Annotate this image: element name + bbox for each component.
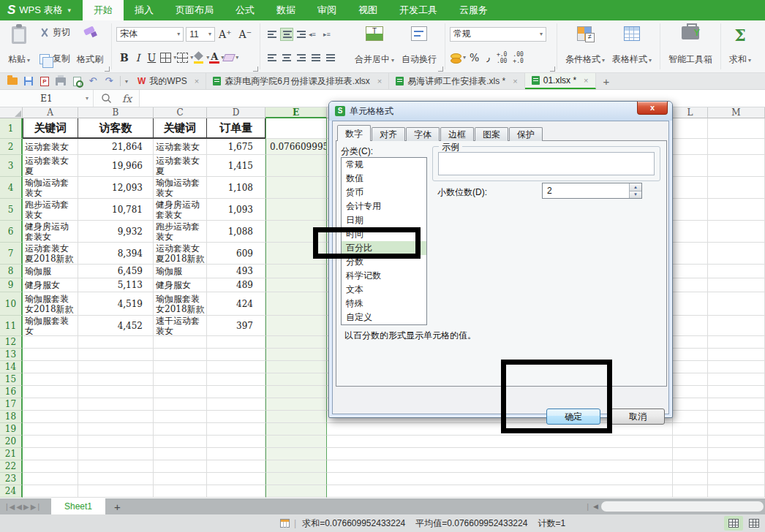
cell-E15[interactable] — [265, 373, 327, 386]
cell-M18[interactable] — [708, 411, 765, 423]
align-middle-icon[interactable] — [280, 28, 293, 41]
row-header-9[interactable]: 9 — [0, 278, 23, 292]
paste-button[interactable]: 粘贴▾ — [4, 24, 34, 68]
row-header-15[interactable]: 15 — [0, 373, 23, 386]
cell-E8[interactable] — [265, 265, 327, 278]
category-item-特殊[interactable]: 特殊 — [342, 297, 426, 311]
dialog-title-bar[interactable]: S 单元格格式 x — [329, 102, 672, 121]
menu-tab-云服务[interactable]: 云服务 — [448, 0, 499, 20]
cell-hidden[interactable] — [327, 436, 673, 448]
cell-B17[interactable] — [78, 398, 154, 411]
underline-button[interactable]: U — [143, 52, 159, 64]
dialog-launcher-icon[interactable] — [438, 66, 443, 72]
document-tab[interactable]: W我的WPS× — [131, 73, 206, 89]
cell-L21[interactable] — [673, 448, 708, 460]
cancel-button[interactable]: 取消 — [611, 408, 665, 425]
cell-L24[interactable] — [673, 485, 708, 498]
cell-L4[interactable] — [673, 177, 708, 199]
cell-C13[interactable] — [154, 349, 207, 361]
cell-B2[interactable]: 21,864 — [78, 139, 154, 155]
scroll-divider[interactable]: | — [587, 502, 589, 511]
cell-L5[interactable] — [673, 199, 708, 221]
cell-L15[interactable] — [673, 373, 708, 386]
cell-E13[interactable] — [265, 349, 327, 361]
app-logo[interactable]: S WPS 表格 ▾ — [0, 0, 77, 20]
borders-icon[interactable] — [160, 53, 171, 63]
cell-D2[interactable]: 1,675 — [207, 139, 265, 155]
increase-indent-icon[interactable]: ▸≡ — [323, 28, 338, 40]
cell-C4[interactable]: 瑜伽运动套装女 — [154, 177, 207, 199]
cell-M24[interactable] — [708, 485, 765, 498]
cell-E12[interactable] — [265, 336, 327, 349]
cell-B11[interactable]: 4,452 — [78, 316, 154, 336]
cell-M11[interactable] — [708, 316, 765, 336]
row-header-21[interactable]: 21 — [0, 448, 23, 460]
cell-D7[interactable]: 609 — [207, 243, 265, 265]
cell-C23[interactable] — [154, 473, 207, 485]
column-header-C[interactable]: C — [154, 107, 207, 118]
row-header-23[interactable]: 23 — [0, 473, 23, 485]
cell-E11[interactable] — [265, 316, 327, 336]
last-sheet-icon[interactable]: ▶| — [31, 503, 41, 511]
row-header-7[interactable]: 7 — [0, 243, 23, 265]
cell-A14[interactable] — [23, 361, 78, 373]
font-size-select[interactable]: 11▾ — [186, 27, 215, 42]
cell-L14[interactable] — [673, 361, 708, 373]
cell-B13[interactable] — [78, 349, 154, 361]
cell-L17[interactable] — [673, 398, 708, 411]
cell-M14[interactable] — [708, 361, 765, 373]
cell-M21[interactable] — [708, 448, 765, 460]
cell-A22[interactable] — [23, 460, 78, 473]
cell-D15[interactable] — [207, 373, 265, 386]
cell-E9[interactable] — [265, 278, 327, 292]
decimal-places-stepper[interactable]: 2 ▲ ▼ — [542, 183, 642, 199]
sum-button[interactable]: Σ 求和▾ — [726, 24, 755, 68]
fx-icon[interactable]: fx — [122, 93, 132, 104]
row-header-3[interactable]: 3 — [0, 155, 23, 177]
new-document-tab-button[interactable]: + — [596, 73, 617, 89]
column-header-L[interactable]: L — [673, 107, 708, 118]
cell-hidden[interactable] — [327, 448, 673, 460]
cell-D8[interactable]: 493 — [207, 265, 265, 278]
menu-tab-页面布局[interactable]: 页面布局 — [165, 0, 225, 20]
cell-B14[interactable] — [78, 361, 154, 373]
cell-D20[interactable] — [207, 436, 265, 448]
first-sheet-icon[interactable]: |◀ — [6, 503, 16, 511]
export-pdf-button[interactable]: P — [37, 75, 52, 88]
cell-E20[interactable] — [265, 436, 327, 448]
cell-M7[interactable] — [708, 243, 765, 265]
cell-D23[interactable] — [207, 473, 265, 485]
menu-tab-公式[interactable]: 公式 — [225, 0, 265, 20]
cell-C10[interactable]: 瑜伽服套装女2018新款 — [154, 292, 207, 316]
fill-color-icon[interactable] — [193, 52, 205, 64]
cell-B22[interactable] — [78, 460, 154, 473]
cell-M13[interactable] — [708, 349, 765, 361]
cell-C5[interactable]: 健身房运动套装女 — [154, 199, 207, 221]
cell-L12[interactable] — [673, 336, 708, 349]
row-header-24[interactable]: 24 — [0, 485, 23, 498]
cell-E16[interactable] — [265, 386, 327, 398]
cell-C2[interactable]: 运动套装女 — [154, 139, 207, 155]
cell-A12[interactable] — [23, 336, 78, 349]
cell-D17[interactable] — [207, 398, 265, 411]
cell-B12[interactable] — [78, 336, 154, 349]
cell-E24[interactable] — [265, 485, 327, 498]
row-header-14[interactable]: 14 — [0, 361, 23, 373]
save-button[interactable] — [21, 75, 36, 88]
page-layout-view-button[interactable] — [745, 516, 764, 531]
category-item-数值[interactable]: 数值 — [342, 172, 426, 186]
eraser-icon[interactable] — [223, 54, 236, 61]
cell-A19[interactable] — [23, 423, 78, 436]
draw-border-icon[interactable] — [177, 53, 188, 63]
cell-A18[interactable] — [23, 411, 78, 423]
table-style-button[interactable]: 表格样式▾ — [608, 24, 655, 68]
cell-A21[interactable] — [23, 448, 78, 460]
cell-C14[interactable] — [154, 361, 207, 373]
row-header-20[interactable]: 20 — [0, 436, 23, 448]
row-header-10[interactable]: 10 — [0, 292, 23, 316]
cell-C8[interactable]: 瑜伽服 — [154, 265, 207, 278]
format-painter-button[interactable]: 格式刷 — [73, 24, 107, 68]
cell-E3[interactable] — [265, 155, 327, 177]
increase-font-button[interactable]: A⁺ — [215, 28, 235, 40]
row-header-4[interactable]: 4 — [0, 177, 23, 199]
